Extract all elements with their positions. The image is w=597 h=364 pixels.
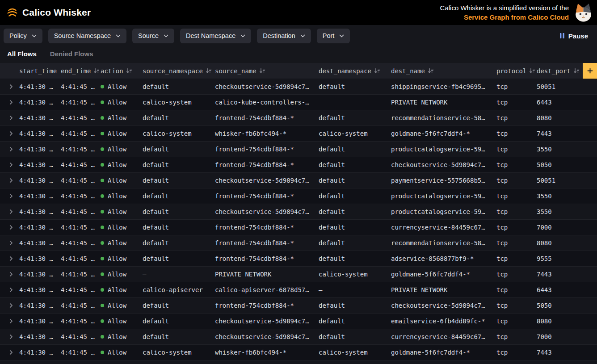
row-expand-chevron[interactable] bbox=[0, 298, 18, 313]
flow-row[interactable]: 4:41:30 …4:41:45 …Allowcalico-systemwhis… bbox=[0, 126, 597, 142]
flow-row[interactable]: 4:41:30 …4:41:45 …Allowdefaultfrontend-7… bbox=[0, 157, 597, 173]
cell-dest_namespace: – bbox=[317, 95, 390, 110]
row-expand-chevron[interactable] bbox=[0, 251, 18, 266]
flow-row[interactable]: 4:41:30 …4:41:45 …Allowdefaultfrontend-7… bbox=[0, 251, 597, 267]
cell-protocol: tcp bbox=[495, 126, 535, 141]
filter-source-namespace-button[interactable]: Source Namespace bbox=[48, 29, 126, 43]
row-expand-chevron[interactable] bbox=[0, 204, 18, 219]
cell-dest_port: 8080 bbox=[535, 110, 583, 126]
row-expand-chevron[interactable] bbox=[0, 235, 18, 251]
cell-source_namespace: default bbox=[141, 188, 214, 204]
flow-row[interactable]: 4:41:30 …4:41:45 …Allowcalico-apiserverc… bbox=[0, 282, 597, 298]
cell-dest_name: emailservice-6fb4dd89fc-* bbox=[390, 314, 495, 329]
flow-tabs: All Flows Denied Flows bbox=[0, 46, 597, 63]
row-expand-chevron[interactable] bbox=[0, 314, 18, 329]
flow-row[interactable]: 4:41:30 …4:41:45 …Allowdefaultcheckoutse… bbox=[0, 173, 597, 188]
column-header-dest_namespace[interactable]: dest_namespace bbox=[317, 63, 390, 79]
cell-dest_port: 7000 bbox=[535, 329, 583, 344]
cell-action: Allow bbox=[99, 298, 141, 313]
flow-row[interactable]: 4:41:30 …4:41:45 …Allowdefaultcheckoutse… bbox=[0, 79, 597, 95]
column-header-action[interactable]: action bbox=[99, 63, 141, 79]
cell-dest_name: currencyservice-84459c67… bbox=[390, 220, 495, 235]
cell-action: Allow bbox=[99, 282, 141, 297]
row-expand-chevron[interactable] bbox=[0, 220, 18, 235]
flow-row[interactable]: 4:41:30 …4:41:45 …Allowdefaultfrontend-7… bbox=[0, 110, 597, 126]
add-column-button[interactable] bbox=[583, 63, 597, 79]
cell-dest_port: 3550 bbox=[535, 188, 583, 204]
cell-spacer bbox=[583, 157, 597, 172]
cell-action: Allow bbox=[99, 110, 141, 126]
cell-dest_namespace: calico-system bbox=[317, 126, 390, 141]
chevron-right-icon bbox=[9, 193, 13, 199]
row-expand-chevron[interactable] bbox=[0, 329, 18, 344]
allow-status-dot bbox=[101, 304, 104, 307]
cell-dest_namespace: default bbox=[317, 110, 390, 126]
action-label: Allow bbox=[108, 192, 126, 200]
flow-row[interactable]: 4:41:30 …4:41:45 …Allowdefaultfrontend-7… bbox=[0, 220, 597, 235]
row-expand-chevron[interactable] bbox=[0, 110, 18, 126]
action-label: Allow bbox=[108, 99, 126, 106]
row-expand-chevron[interactable] bbox=[0, 173, 18, 188]
row-expand-chevron[interactable] bbox=[0, 142, 18, 157]
allow-status-dot bbox=[101, 85, 104, 88]
row-expand-chevron[interactable] bbox=[0, 188, 18, 204]
cell-spacer bbox=[583, 298, 597, 313]
cell-start_time: 4:41:30 … bbox=[18, 267, 59, 282]
row-expand-chevron[interactable] bbox=[0, 95, 18, 110]
column-header-start_time[interactable]: start_time bbox=[18, 63, 59, 79]
cell-spacer bbox=[583, 235, 597, 251]
filter-policy-button[interactable]: Policy bbox=[4, 29, 42, 43]
cell-dest_port: 6443 bbox=[535, 95, 583, 110]
row-expand-chevron[interactable] bbox=[0, 282, 18, 297]
row-expand-chevron[interactable] bbox=[0, 126, 18, 141]
action-label: Allow bbox=[108, 239, 126, 247]
cell-spacer bbox=[583, 95, 597, 110]
filter-label: Destination bbox=[263, 32, 295, 39]
flow-row[interactable]: 4:41:30 …4:41:45 …Allowdefaultfrontend-7… bbox=[0, 188, 597, 204]
filter-label: Source Namespace bbox=[54, 32, 111, 39]
cell-source_name: checkoutservice-5d9894c7… bbox=[214, 173, 317, 188]
column-header-dest_name[interactable]: dest_name bbox=[390, 63, 495, 79]
service-graph-link[interactable]: Service Graph from Calico Cloud bbox=[464, 13, 569, 22]
cell-action: Allow bbox=[99, 235, 141, 251]
flow-row[interactable]: 4:41:30 …4:41:45 …Allowdefaultcheckoutse… bbox=[0, 314, 597, 329]
filter-port-button[interactable]: Port bbox=[317, 29, 350, 43]
column-header-source_namespace[interactable]: source_namespace bbox=[141, 63, 214, 79]
cell-dest_port: 9555 bbox=[535, 251, 583, 266]
flow-row[interactable]: 4:41:30 …4:41:45 …Allowdefaultfrontend-7… bbox=[0, 235, 597, 251]
allow-status-dot bbox=[101, 147, 104, 151]
cell-source_name: PRIVATE NETWORK bbox=[214, 267, 317, 282]
column-header-end_time[interactable]: end_time bbox=[59, 63, 99, 79]
column-header-dest_port[interactable]: dest_port bbox=[535, 63, 583, 79]
flow-row[interactable]: 4:41:30 …4:41:45 …Allowcalico-systemwhis… bbox=[0, 345, 597, 360]
cell-dest_namespace: default bbox=[317, 314, 390, 329]
cell-protocol: tcp bbox=[495, 345, 535, 360]
tab-all-flows[interactable]: All Flows bbox=[7, 50, 37, 58]
column-header-source_name[interactable]: source_name bbox=[214, 63, 317, 79]
flow-row[interactable]: 4:41:30 …4:41:45 …Allowdefaultcheckoutse… bbox=[0, 329, 597, 345]
flows-table-header: start_timeend_timeactionsource_namespace… bbox=[0, 63, 597, 79]
filter-source-button[interactable]: Source bbox=[132, 29, 174, 43]
cell-start_time: 4:41:30 … bbox=[18, 126, 59, 141]
flow-row[interactable]: 4:41:30 …4:41:45 …Allowdefaultcheckoutse… bbox=[0, 204, 597, 220]
filter-destination-button[interactable]: Destination bbox=[257, 29, 311, 43]
filter-dest-namespace-button[interactable]: Dest Namespace bbox=[180, 29, 251, 43]
row-expand-chevron[interactable] bbox=[0, 157, 18, 172]
column-header-protocol[interactable]: protocol bbox=[495, 63, 535, 79]
row-expand-chevron[interactable] bbox=[0, 345, 18, 360]
cell-action: Allow bbox=[99, 314, 141, 329]
sort-icon bbox=[259, 68, 265, 74]
flow-row[interactable]: 4:41:30 …4:41:45 …Allowdefaultfrontend-7… bbox=[0, 142, 597, 157]
pause-button[interactable]: Pause bbox=[559, 32, 590, 40]
row-expand-chevron[interactable] bbox=[0, 267, 18, 282]
cell-action: Allow bbox=[99, 157, 141, 172]
cell-dest_name: productcatalogservice-59… bbox=[390, 142, 495, 157]
cell-dest_name: goldmane-5f6fc7ddf4-* bbox=[390, 267, 495, 282]
chevron-down-icon bbox=[300, 34, 305, 38]
flow-row[interactable]: 4:41:30 …4:41:45 …Allowdefaultfrontend-7… bbox=[0, 298, 597, 314]
flow-row[interactable]: 4:41:30 …4:41:45 …Allow–PRIVATE NETWORKc… bbox=[0, 267, 597, 282]
flow-row[interactable]: 4:41:30 …4:41:45 …Allowcalico-systemcali… bbox=[0, 95, 597, 110]
row-expand-chevron[interactable] bbox=[0, 79, 18, 94]
plus-icon bbox=[587, 68, 593, 74]
tab-denied-flows[interactable]: Denied Flows bbox=[50, 50, 93, 58]
